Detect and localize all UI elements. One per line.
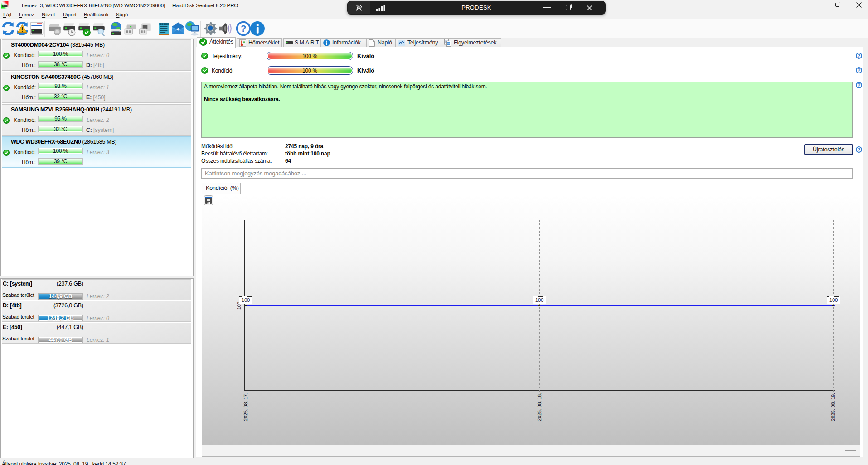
svg-text:?: ?: [241, 24, 246, 34]
